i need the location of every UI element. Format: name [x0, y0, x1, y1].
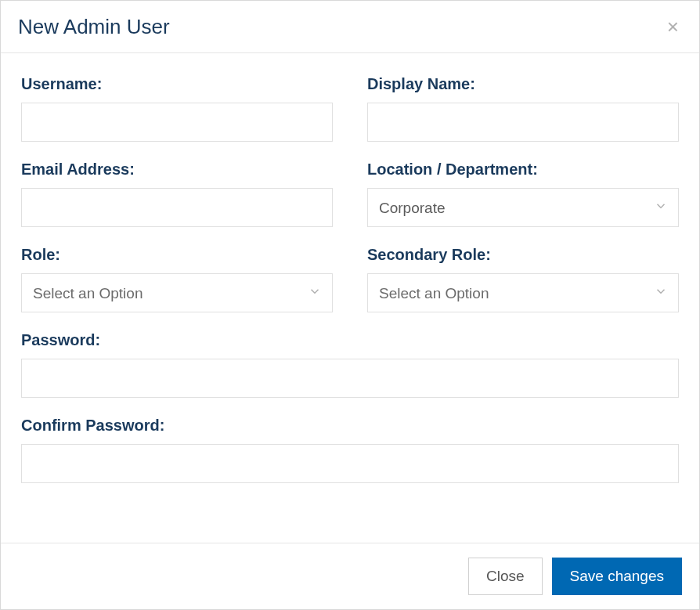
confirm-password-label: Confirm Password: [21, 417, 679, 435]
email-input[interactable] [21, 188, 333, 227]
role-label: Role: [21, 246, 333, 264]
modal-title: New Admin User [18, 15, 170, 39]
username-input[interactable] [21, 103, 333, 142]
display-name-input[interactable] [367, 103, 679, 142]
username-label: Username: [21, 75, 333, 93]
close-button[interactable]: Close [468, 558, 543, 595]
new-admin-user-modal: New Admin User × Username: Display Name:… [0, 0, 700, 610]
secondary-role-select[interactable]: Select an Option [367, 273, 679, 312]
role-select[interactable]: Select an Option [21, 273, 333, 312]
confirm-password-input[interactable] [21, 444, 679, 483]
modal-body: Username: Display Name: Email Address: L… [1, 53, 699, 543]
secondary-role-label: Secondary Role: [367, 246, 679, 264]
location-select[interactable]: Corporate [367, 188, 679, 227]
close-icon[interactable]: × [664, 13, 682, 40]
modal-header: New Admin User × [1, 1, 699, 53]
email-label: Email Address: [21, 161, 333, 179]
modal-footer: Close Save changes [1, 543, 699, 609]
location-label: Location / Department: [367, 161, 679, 179]
save-button[interactable]: Save changes [552, 558, 682, 595]
password-input[interactable] [21, 359, 679, 398]
password-label: Password: [21, 331, 679, 349]
display-name-label: Display Name: [367, 75, 679, 93]
